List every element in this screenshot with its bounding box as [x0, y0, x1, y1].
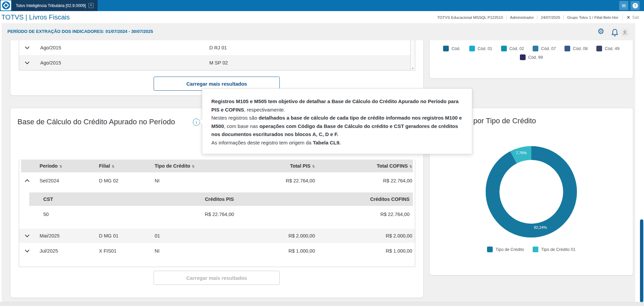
filial-cell: D MG 01 [94, 233, 149, 238]
legend-item[interactable]: Cód. 49 [596, 46, 620, 51]
legend-label: Cód. 49 [605, 46, 620, 51]
sort-icon[interactable]: ⇅ [192, 165, 195, 168]
group-branch-label: Grupo Totvs 1 / Filial Belo Hor [567, 15, 619, 19]
gear-icon: ⚙ [597, 27, 604, 36]
info-icon[interactable]: i [193, 119, 200, 126]
horizontal-scrollbar-track[interactable] [0, 302, 644, 306]
period-cell: Jul/2025 [35, 248, 94, 254]
column-label: Filial [99, 163, 110, 169]
app-tab[interactable]: Totvs Inteligência Tributária [02.9.0009… [12, 0, 98, 11]
chevron-down-icon[interactable] [19, 61, 35, 64]
info-glyph: i [196, 120, 197, 125]
table-scrollbar[interactable]: ▼ [410, 40, 415, 70]
table-row[interactable]: Ago/2015 D RJ 01 [19, 40, 415, 55]
total-pis-cell: R$ 1.000,00 [253, 248, 315, 254]
creditos-cofins-cell: R$ 22.764,00 [319, 212, 413, 217]
table-row[interactable]: Jul/2025 X FIS01 NI R$ 1.000,00 R$ 1.000… [19, 243, 415, 259]
legend-item[interactable]: Tipo de Crédito 01 [533, 247, 575, 252]
totvs-logo[interactable] [1, 0, 11, 10]
legend-swatch [596, 46, 602, 51]
page-title: TOTVS | Livros Fiscais [1, 11, 70, 24]
creditos-pis-cell: R$ 22.764,00 [120, 212, 319, 217]
vertical-scrollbar-thumb[interactable] [640, 219, 643, 302]
top-results-card: Ago/2015 D RJ 01 Ago/2015 M SP 02 ▼ Carr… [10, 40, 424, 96]
column-header-tipo-credito[interactable]: Tipo de Crédito ⇅ [149, 163, 253, 169]
table-row[interactable]: Set/2024 D MG 02 NI R$ 22.764,00 R$ 22.7… [19, 172, 415, 189]
tooltip-text: , com base nas [224, 123, 260, 129]
tooltip-paragraph: Registros M105 e M505 tem objetivo de de… [211, 97, 464, 114]
column-header-periodo[interactable]: Período ⇅ [35, 163, 94, 169]
column-label: Tipo de Crédito [155, 163, 190, 169]
total-cofins-cell: R$ 1.000,00 [315, 248, 412, 254]
period-cell: Set/2024 [35, 178, 94, 183]
legend-item[interactable]: Cód. [443, 46, 460, 51]
sort-icon[interactable]: ⇅ [112, 165, 114, 168]
cst-cell: 50 [29, 212, 120, 217]
column-header-total-cofins[interactable]: Total COFINS ⇅ [315, 163, 412, 169]
table-row[interactable]: Mai/2025 D MG 01 01 R$ 2.000,00 R$ 2.000… [19, 229, 415, 243]
legend-item[interactable]: Cód. 99 [520, 54, 543, 60]
tipo-cell: NI [149, 248, 253, 254]
sub-column-creditos-cofins: Créditos COFINS [319, 196, 413, 202]
sort-icon[interactable]: ⇅ [59, 165, 62, 168]
chevron-up-icon[interactable] [19, 179, 35, 182]
sort-icon[interactable]: ⇅ [312, 165, 315, 168]
legend-label: Cód. 01 [478, 46, 492, 51]
legend-swatch [533, 46, 538, 51]
donut-chart[interactable] [484, 145, 578, 239]
help-button[interactable]: ? [631, 1, 640, 10]
tooltip-text: As informações deste registro tem origem… [211, 140, 313, 145]
total-cofins-cell: R$ 22.764,00 [315, 178, 412, 183]
credit-base-table: Período ⇅ Filial ⇅ Tipo de Crédito ⇅ Tot… [19, 160, 415, 267]
scroll-down-arrow-icon[interactable]: ▼ [411, 67, 415, 70]
sub-column-creditos-pis: Créditos PIS [120, 196, 319, 202]
logout-button[interactable]: ✕ Sair [627, 15, 639, 20]
column-header-total-pis[interactable]: Total PIS ⇅ [253, 163, 315, 169]
user-avatar[interactable] [620, 28, 630, 37]
legend-swatch [520, 54, 526, 60]
app-tab-label: Totvs Inteligência Tributária [02.9.0009… [16, 3, 86, 8]
logout-x-icon: ✕ [627, 15, 630, 20]
chevron-down-icon[interactable] [19, 234, 35, 237]
date-label: 24/07/2025 [541, 15, 560, 19]
code-cell: D RJ 01 [209, 45, 415, 50]
tooltip-paragraph: Nestes registros são detalhados a base d… [211, 114, 464, 139]
mail-icon: ✉ [622, 3, 626, 8]
column-header-filial[interactable]: Filial ⇅ [94, 163, 149, 169]
legend-item[interactable]: Tipo de Crédito [487, 247, 524, 252]
legend-item[interactable]: Cód. 02 [501, 46, 524, 51]
total-cofins-cell: R$ 2.000,00 [315, 233, 412, 238]
legend-item[interactable]: Cód. 07 [533, 46, 556, 51]
sort-icon[interactable]: ⇅ [410, 165, 412, 168]
top-results-table: Ago/2015 D RJ 01 Ago/2015 M SP 02 ▼ [19, 40, 415, 71]
tooltip-text: , respectivamente. [244, 107, 285, 113]
chevron-down-icon[interactable] [19, 46, 35, 49]
donut-slice-primary[interactable] [493, 153, 570, 231]
mail-button[interactable]: ✉ [619, 1, 628, 10]
tab-close-icon[interactable]: ✕ [89, 3, 94, 8]
notifications-button[interactable] [611, 29, 619, 38]
sub-table-header-row: CST Créditos PIS Créditos COFINS [29, 192, 413, 206]
left-margin [0, 24, 2, 302]
legend-item[interactable]: Cód. 08 [565, 46, 588, 51]
legend-label: Tipo de Crédito 01 [541, 247, 575, 252]
legend-label: Cód. 02 [509, 46, 524, 51]
legend-row: Cód. Cód. 01 Cód. 02 Cód. 07 Cód. 08 Cód… [430, 46, 633, 51]
legend-swatch [565, 46, 570, 51]
table-row[interactable]: Ago/2015 M SP 02 [19, 55, 415, 70]
settings-button[interactable]: ⚙ [597, 28, 604, 35]
legend-swatch [533, 247, 538, 252]
load-more-button-disabled[interactable]: Carregar mais resultados [154, 271, 280, 285]
sub-table-row: 50 R$ 22.764,00 R$ 22.764,00 [29, 206, 413, 223]
sub-column-cst: CST [29, 196, 120, 202]
code-cell: M SP 02 [209, 60, 415, 65]
donut-legend: Tipo de Crédito Tipo de Crédito 01 [430, 247, 633, 252]
legend-label: Cód. [451, 46, 460, 51]
tooltip-paragraph: As informações deste registro tem origem… [211, 139, 464, 147]
tipo-cell: 01 [149, 233, 253, 238]
legend-row: Cód. 99 [430, 54, 633, 60]
legend-swatch [487, 247, 493, 252]
table-header-row: Período ⇅ Filial ⇅ Tipo de Crédito ⇅ Tot… [21, 160, 413, 172]
chevron-down-icon[interactable] [19, 249, 35, 253]
legend-item[interactable]: Cód. 01 [469, 46, 492, 51]
